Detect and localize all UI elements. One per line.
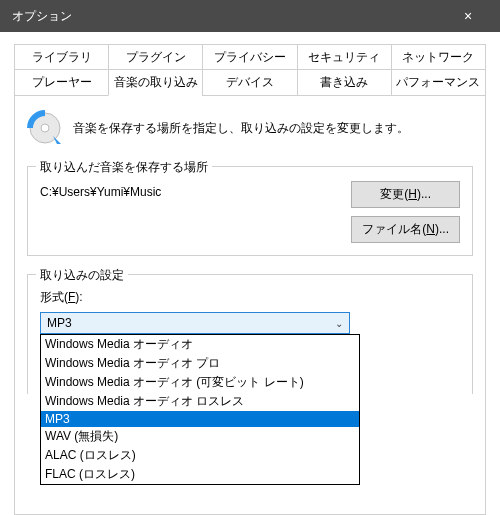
tab-plugin[interactable]: プラグイン	[108, 44, 202, 70]
chevron-down-icon: ⌄	[335, 318, 343, 329]
storage-path: C:¥Users¥Yumi¥Music	[40, 181, 161, 199]
tab-security[interactable]: セキュリティ	[297, 44, 391, 70]
tab-privacy[interactable]: プライバシー	[202, 44, 296, 70]
format-option[interactable]: Windows Media オーディオ (可変ビット レート)	[41, 373, 359, 392]
format-option[interactable]: Windows Media オーディオ	[41, 335, 359, 354]
tab-rip-music[interactable]: 音楽の取り込み	[108, 69, 202, 96]
format-dropdown-list: Windows Media オーディオ Windows Media オーディオ …	[40, 334, 360, 485]
storage-group-title: 取り込んだ音楽を保存する場所	[36, 159, 212, 176]
change-button[interactable]: 変更(H)...	[351, 181, 460, 208]
filename-button[interactable]: ファイル名(N)...	[351, 216, 460, 243]
tab-network[interactable]: ネットワーク	[391, 44, 486, 70]
format-option[interactable]: WAV (無損失)	[41, 427, 359, 446]
titlebar: オプション ×	[0, 0, 500, 32]
tab-performance[interactable]: パフォーマンス	[391, 69, 486, 95]
content: ライブラリ プラグイン プライバシー セキュリティ ネットワーク プレーヤー 音…	[0, 32, 500, 515]
settings-group-title: 取り込みの設定	[36, 267, 128, 284]
rip-icon	[27, 110, 63, 146]
format-option[interactable]: ALAC (ロスレス)	[41, 446, 359, 465]
format-option[interactable]: Windows Media オーディオ ロスレス	[41, 392, 359, 411]
format-option[interactable]: MP3	[41, 411, 359, 427]
tab-strip: ライブラリ プラグイン プライバシー セキュリティ ネットワーク プレーヤー 音…	[14, 44, 486, 95]
close-icon[interactable]: ×	[448, 8, 488, 24]
format-option[interactable]: FLAC (ロスレス)	[41, 465, 359, 484]
intro-row: 音楽を保存する場所を指定し、取り込みの設定を変更します。	[27, 110, 473, 146]
window-title: オプション	[12, 8, 72, 25]
intro-text: 音楽を保存する場所を指定し、取り込みの設定を変更します。	[73, 120, 409, 137]
svg-point-1	[41, 124, 49, 132]
format-label: 形式(F):	[40, 289, 460, 306]
tab-device[interactable]: デバイス	[202, 69, 296, 95]
tab-player[interactable]: プレーヤー	[14, 69, 108, 95]
format-combobox[interactable]: MP3 ⌄ Windows Media オーディオ Windows Media …	[40, 312, 350, 334]
storage-group: 取り込んだ音楽を保存する場所 C:¥Users¥Yumi¥Music 変更(H)…	[27, 166, 473, 256]
settings-group: 取り込みの設定 形式(F): MP3 ⌄ Windows Media オーディオ…	[27, 274, 473, 394]
tab-burn[interactable]: 書き込み	[297, 69, 391, 95]
tab-panel: 音楽を保存する場所を指定し、取り込みの設定を変更します。 取り込んだ音楽を保存す…	[14, 95, 486, 515]
format-selected[interactable]: MP3 ⌄	[40, 312, 350, 334]
format-option[interactable]: Windows Media オーディオ プロ	[41, 354, 359, 373]
tab-library[interactable]: ライブラリ	[14, 44, 108, 70]
